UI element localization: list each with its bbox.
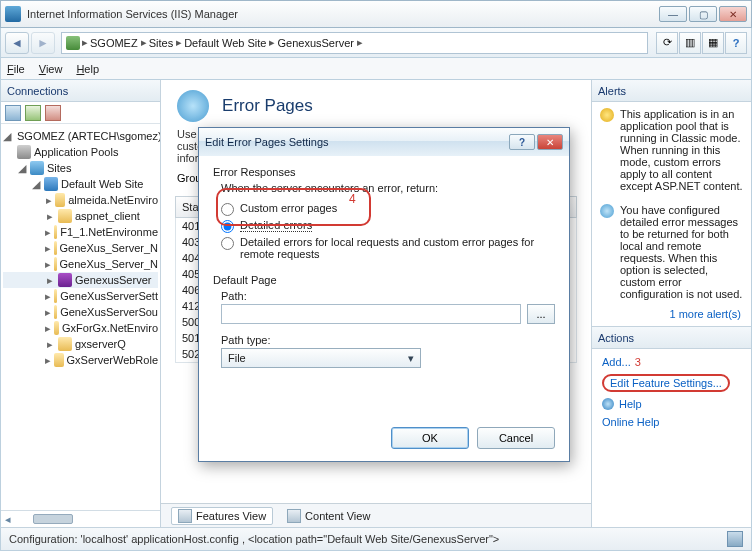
action-online-help[interactable]: Online Help bbox=[592, 413, 751, 431]
tree-item[interactable]: GxServerWebRole bbox=[67, 354, 159, 366]
action-edit-feature-settings[interactable]: Edit Feature Settings... bbox=[592, 371, 751, 395]
path-input[interactable] bbox=[221, 304, 521, 324]
dialog-titlebar[interactable]: Edit Error Pages Settings ? ✕ bbox=[199, 128, 569, 156]
site-icon bbox=[44, 177, 58, 191]
label-path-type: Path type: bbox=[221, 334, 555, 346]
tree-item[interactable]: GeneXusServerSou bbox=[60, 306, 158, 318]
connections-pane: Connections ◢SGOMEZ (ARTECH\sgomez) Appl… bbox=[1, 80, 161, 527]
actions-header: Actions bbox=[592, 327, 751, 349]
crumb-genexusserver[interactable]: GenexusServer▸ bbox=[277, 36, 362, 49]
tab-content-view[interactable]: Content View bbox=[287, 509, 370, 523]
connections-header: Connections bbox=[1, 80, 160, 102]
folder-icon bbox=[54, 289, 57, 303]
forward-button[interactable]: ► bbox=[31, 32, 55, 54]
folder-icon bbox=[54, 353, 63, 367]
back-button[interactable]: ◄ bbox=[5, 32, 29, 54]
toolbar-help-icon[interactable]: ? bbox=[725, 32, 747, 54]
edit-error-pages-dialog: Edit Error Pages Settings ? ✕ Error Resp… bbox=[198, 127, 570, 462]
minimize-button[interactable]: — bbox=[659, 6, 687, 22]
folder-icon bbox=[54, 241, 57, 255]
path-type-select[interactable]: File▾ bbox=[221, 348, 421, 368]
menu-bar: FFileile View Help bbox=[0, 58, 752, 80]
status-config-icon[interactable] bbox=[727, 531, 743, 547]
action-add[interactable]: Add...3 bbox=[592, 353, 751, 371]
tree-item-selected[interactable]: GenexusServer bbox=[75, 274, 151, 286]
label-path: Path: bbox=[221, 290, 555, 302]
cancel-button[interactable]: Cancel bbox=[477, 427, 555, 449]
app-icon bbox=[5, 6, 21, 22]
tree-server[interactable]: SGOMEZ (ARTECH\sgomez) bbox=[17, 130, 160, 142]
tree-item[interactable]: GeneXusServerSett bbox=[60, 290, 158, 302]
alert-info: You have configured detailed error messa… bbox=[592, 198, 751, 306]
stop-icon[interactable] bbox=[45, 105, 61, 121]
crumb-default-web-site[interactable]: Default Web Site▸ bbox=[184, 36, 275, 49]
toolbar-icon-1[interactable]: ⟳ bbox=[656, 32, 678, 54]
features-icon bbox=[178, 509, 192, 523]
dialog-title: Edit Error Pages Settings bbox=[205, 136, 507, 148]
action-help[interactable]: Help bbox=[592, 395, 751, 413]
crumb-dropdown[interactable]: ▸ bbox=[82, 36, 88, 49]
annotation-3: 3 bbox=[635, 356, 641, 368]
toolbar-icon-2[interactable]: ▥ bbox=[679, 32, 701, 54]
annotation-box-4 bbox=[216, 188, 371, 226]
group-default-page: Default Page bbox=[213, 274, 555, 286]
annotation-circle: Edit Feature Settings... bbox=[602, 374, 730, 392]
tree-item[interactable]: GeneXus_Server_N bbox=[60, 258, 158, 270]
window-title: Internet Information Services (IIS) Mana… bbox=[27, 8, 659, 20]
pool-icon bbox=[17, 145, 31, 159]
tree-item[interactable]: GeneXus_Server_N bbox=[60, 242, 158, 254]
crumb-sites[interactable]: Sites▸ bbox=[149, 36, 182, 49]
tree-item[interactable]: F1_1.NetEnvironme bbox=[60, 226, 158, 238]
tree-item[interactable]: almeida.NetEnviro bbox=[68, 194, 158, 206]
annotation-4: 4 bbox=[349, 192, 356, 206]
right-pane: Alerts This application is in an applica… bbox=[591, 80, 751, 527]
connections-tree[interactable]: ◢SGOMEZ (ARTECH\sgomez) Application Pool… bbox=[1, 124, 160, 510]
folder-icon bbox=[54, 257, 57, 271]
more-alerts-link[interactable]: 1 more alert(s) bbox=[592, 306, 751, 326]
tree-hscroll[interactable]: ◂ bbox=[1, 510, 160, 527]
menu-file[interactable]: FFileile bbox=[7, 63, 25, 75]
alert-warning: This application is in an application po… bbox=[592, 102, 751, 198]
sites-icon bbox=[30, 161, 44, 175]
folder-icon bbox=[55, 193, 65, 207]
tree-item[interactable]: gxserverQ bbox=[75, 338, 126, 350]
view-tabs: Features View Content View bbox=[161, 503, 591, 527]
menu-help[interactable]: Help bbox=[76, 63, 99, 75]
tree-sites[interactable]: Sites bbox=[47, 162, 71, 174]
status-bar: Configuration: 'localhost' applicationHo… bbox=[0, 527, 752, 551]
tree-dws[interactable]: Default Web Site bbox=[61, 178, 143, 190]
warning-icon bbox=[600, 108, 614, 122]
page-title: Error Pages bbox=[222, 96, 313, 116]
breadcrumb-bar[interactable]: ▸ SGOMEZ▸ Sites▸ Default Web Site▸ Genex… bbox=[61, 32, 648, 54]
tree-item[interactable]: GxForGx.NetEnviro bbox=[62, 322, 158, 334]
folder-icon bbox=[54, 305, 57, 319]
refresh-icon[interactable] bbox=[25, 105, 41, 121]
tab-features-view[interactable]: Features View bbox=[171, 507, 273, 525]
folder-icon bbox=[58, 337, 72, 351]
menu-view[interactable]: View bbox=[39, 63, 63, 75]
tree-app-pools[interactable]: Application Pools bbox=[34, 146, 118, 158]
server-icon bbox=[66, 36, 80, 50]
folder-icon bbox=[54, 321, 59, 335]
maximize-button[interactable]: ▢ bbox=[689, 6, 717, 22]
tree-item[interactable]: aspnet_client bbox=[75, 210, 140, 222]
window-titlebar: Internet Information Services (IIS) Mana… bbox=[0, 0, 752, 28]
group-error-responses: Error Responses bbox=[213, 166, 555, 178]
connect-icon[interactable] bbox=[5, 105, 21, 121]
browse-button[interactable]: ... bbox=[527, 304, 555, 324]
dialog-close-button[interactable]: ✕ bbox=[537, 134, 563, 150]
folder-icon bbox=[54, 225, 57, 239]
alerts-header: Alerts bbox=[592, 80, 751, 102]
dialog-help-button[interactable]: ? bbox=[509, 134, 535, 150]
radio-detailed-local[interactable]: Detailed errors for local requests and c… bbox=[221, 236, 555, 260]
nav-bar: ◄ ► ▸ SGOMEZ▸ Sites▸ Default Web Site▸ G… bbox=[0, 28, 752, 58]
content-icon bbox=[287, 509, 301, 523]
status-text: Configuration: 'localhost' applicationHo… bbox=[9, 533, 499, 545]
close-button[interactable]: ✕ bbox=[719, 6, 747, 22]
folder-icon bbox=[58, 209, 72, 223]
info-icon bbox=[600, 204, 614, 218]
toolbar-icon-3[interactable]: ▦ bbox=[702, 32, 724, 54]
crumb-server[interactable]: SGOMEZ▸ bbox=[90, 36, 147, 49]
ok-button[interactable]: OK bbox=[391, 427, 469, 449]
gx-icon bbox=[58, 273, 72, 287]
